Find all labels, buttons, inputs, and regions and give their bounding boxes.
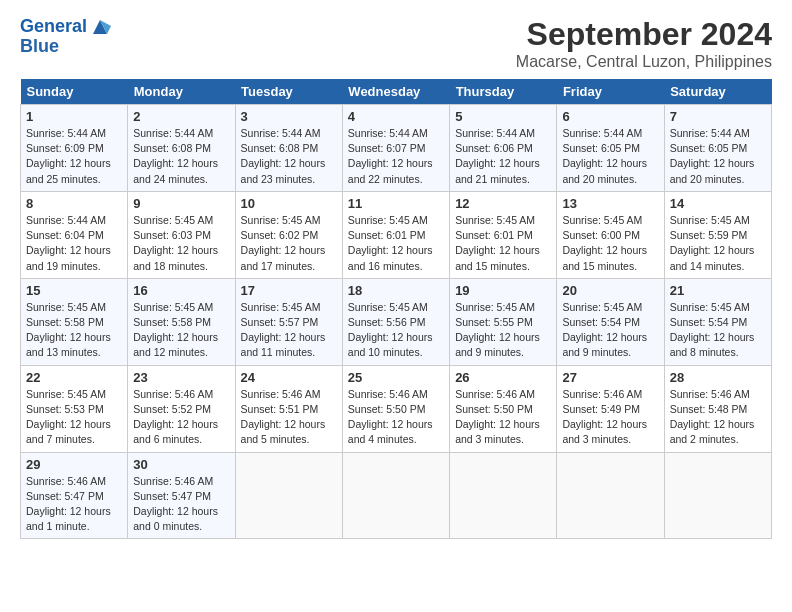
calendar-header-row: SundayMondayTuesdayWednesdayThursdayFrid… [21, 79, 772, 105]
calendar-cell [342, 452, 449, 539]
main-title: September 2024 [516, 16, 772, 53]
day-info: Sunrise: 5:44 AM Sunset: 6:05 PM Dayligh… [562, 126, 658, 187]
day-info: Sunrise: 5:46 AM Sunset: 5:50 PM Dayligh… [455, 387, 551, 448]
day-header-monday: Monday [128, 79, 235, 105]
calendar-cell: 2Sunrise: 5:44 AM Sunset: 6:08 PM Daylig… [128, 105, 235, 192]
calendar-cell: 24Sunrise: 5:46 AM Sunset: 5:51 PM Dayli… [235, 365, 342, 452]
day-header-wednesday: Wednesday [342, 79, 449, 105]
day-info: Sunrise: 5:45 AM Sunset: 5:54 PM Dayligh… [670, 300, 766, 361]
calendar-cell [557, 452, 664, 539]
title-block: September 2024 Macarse, Central Luzon, P… [516, 16, 772, 71]
calendar-week-row: 15Sunrise: 5:45 AM Sunset: 5:58 PM Dayli… [21, 278, 772, 365]
day-number: 12 [455, 196, 551, 211]
calendar-cell: 6Sunrise: 5:44 AM Sunset: 6:05 PM Daylig… [557, 105, 664, 192]
day-number: 10 [241, 196, 337, 211]
sub-title: Macarse, Central Luzon, Philippines [516, 53, 772, 71]
day-number: 1 [26, 109, 122, 124]
day-info: Sunrise: 5:45 AM Sunset: 5:58 PM Dayligh… [26, 300, 122, 361]
calendar-cell: 30Sunrise: 5:46 AM Sunset: 5:47 PM Dayli… [128, 452, 235, 539]
calendar-cell: 8Sunrise: 5:44 AM Sunset: 6:04 PM Daylig… [21, 191, 128, 278]
header: General Blue September 2024 Macarse, Cen… [20, 16, 772, 71]
day-number: 24 [241, 370, 337, 385]
calendar-cell: 19Sunrise: 5:45 AM Sunset: 5:55 PM Dayli… [450, 278, 557, 365]
day-number: 28 [670, 370, 766, 385]
day-info: Sunrise: 5:45 AM Sunset: 5:59 PM Dayligh… [670, 213, 766, 274]
logo: General Blue [20, 16, 111, 57]
logo-line2: Blue [20, 36, 111, 57]
day-info: Sunrise: 5:45 AM Sunset: 5:54 PM Dayligh… [562, 300, 658, 361]
day-number: 7 [670, 109, 766, 124]
calendar-cell: 26Sunrise: 5:46 AM Sunset: 5:50 PM Dayli… [450, 365, 557, 452]
day-number: 8 [26, 196, 122, 211]
day-number: 27 [562, 370, 658, 385]
calendar-cell: 22Sunrise: 5:45 AM Sunset: 5:53 PM Dayli… [21, 365, 128, 452]
day-info: Sunrise: 5:46 AM Sunset: 5:47 PM Dayligh… [26, 474, 122, 535]
day-header-saturday: Saturday [664, 79, 771, 105]
day-number: 19 [455, 283, 551, 298]
calendar-cell [235, 452, 342, 539]
calendar-cell: 4Sunrise: 5:44 AM Sunset: 6:07 PM Daylig… [342, 105, 449, 192]
day-number: 11 [348, 196, 444, 211]
day-info: Sunrise: 5:44 AM Sunset: 6:08 PM Dayligh… [241, 126, 337, 187]
day-number: 29 [26, 457, 122, 472]
calendar-cell [664, 452, 771, 539]
day-number: 23 [133, 370, 229, 385]
calendar-cell: 16Sunrise: 5:45 AM Sunset: 5:58 PM Dayli… [128, 278, 235, 365]
calendar-cell: 7Sunrise: 5:44 AM Sunset: 6:05 PM Daylig… [664, 105, 771, 192]
day-number: 26 [455, 370, 551, 385]
calendar-table: SundayMondayTuesdayWednesdayThursdayFrid… [20, 79, 772, 539]
calendar-cell [450, 452, 557, 539]
calendar-week-row: 22Sunrise: 5:45 AM Sunset: 5:53 PM Dayli… [21, 365, 772, 452]
day-info: Sunrise: 5:44 AM Sunset: 6:09 PM Dayligh… [26, 126, 122, 187]
calendar-cell: 23Sunrise: 5:46 AM Sunset: 5:52 PM Dayli… [128, 365, 235, 452]
day-number: 17 [241, 283, 337, 298]
day-info: Sunrise: 5:44 AM Sunset: 6:05 PM Dayligh… [670, 126, 766, 187]
day-number: 21 [670, 283, 766, 298]
day-info: Sunrise: 5:44 AM Sunset: 6:04 PM Dayligh… [26, 213, 122, 274]
day-number: 2 [133, 109, 229, 124]
day-number: 13 [562, 196, 658, 211]
calendar-cell: 25Sunrise: 5:46 AM Sunset: 5:50 PM Dayli… [342, 365, 449, 452]
day-info: Sunrise: 5:45 AM Sunset: 5:56 PM Dayligh… [348, 300, 444, 361]
logo-text: General [20, 17, 87, 37]
calendar-cell: 5Sunrise: 5:44 AM Sunset: 6:06 PM Daylig… [450, 105, 557, 192]
calendar-cell: 10Sunrise: 5:45 AM Sunset: 6:02 PM Dayli… [235, 191, 342, 278]
day-header-thursday: Thursday [450, 79, 557, 105]
calendar-cell: 14Sunrise: 5:45 AM Sunset: 5:59 PM Dayli… [664, 191, 771, 278]
calendar-week-row: 29Sunrise: 5:46 AM Sunset: 5:47 PM Dayli… [21, 452, 772, 539]
calendar-cell: 1Sunrise: 5:44 AM Sunset: 6:09 PM Daylig… [21, 105, 128, 192]
calendar-cell: 28Sunrise: 5:46 AM Sunset: 5:48 PM Dayli… [664, 365, 771, 452]
day-info: Sunrise: 5:45 AM Sunset: 6:03 PM Dayligh… [133, 213, 229, 274]
day-info: Sunrise: 5:46 AM Sunset: 5:51 PM Dayligh… [241, 387, 337, 448]
calendar-cell: 29Sunrise: 5:46 AM Sunset: 5:47 PM Dayli… [21, 452, 128, 539]
calendar-cell: 18Sunrise: 5:45 AM Sunset: 5:56 PM Dayli… [342, 278, 449, 365]
day-info: Sunrise: 5:45 AM Sunset: 6:01 PM Dayligh… [348, 213, 444, 274]
calendar-week-row: 8Sunrise: 5:44 AM Sunset: 6:04 PM Daylig… [21, 191, 772, 278]
day-number: 14 [670, 196, 766, 211]
day-number: 22 [26, 370, 122, 385]
calendar-cell: 11Sunrise: 5:45 AM Sunset: 6:01 PM Dayli… [342, 191, 449, 278]
day-number: 30 [133, 457, 229, 472]
day-header-tuesday: Tuesday [235, 79, 342, 105]
day-info: Sunrise: 5:45 AM Sunset: 5:58 PM Dayligh… [133, 300, 229, 361]
calendar-cell: 13Sunrise: 5:45 AM Sunset: 6:00 PM Dayli… [557, 191, 664, 278]
day-info: Sunrise: 5:45 AM Sunset: 6:02 PM Dayligh… [241, 213, 337, 274]
day-header-sunday: Sunday [21, 79, 128, 105]
day-info: Sunrise: 5:46 AM Sunset: 5:50 PM Dayligh… [348, 387, 444, 448]
calendar-cell: 15Sunrise: 5:45 AM Sunset: 5:58 PM Dayli… [21, 278, 128, 365]
day-info: Sunrise: 5:45 AM Sunset: 6:01 PM Dayligh… [455, 213, 551, 274]
day-info: Sunrise: 5:46 AM Sunset: 5:52 PM Dayligh… [133, 387, 229, 448]
day-info: Sunrise: 5:44 AM Sunset: 6:07 PM Dayligh… [348, 126, 444, 187]
calendar-cell: 20Sunrise: 5:45 AM Sunset: 5:54 PM Dayli… [557, 278, 664, 365]
day-number: 16 [133, 283, 229, 298]
calendar-cell: 12Sunrise: 5:45 AM Sunset: 6:01 PM Dayli… [450, 191, 557, 278]
day-info: Sunrise: 5:45 AM Sunset: 5:57 PM Dayligh… [241, 300, 337, 361]
day-number: 4 [348, 109, 444, 124]
day-number: 25 [348, 370, 444, 385]
day-number: 6 [562, 109, 658, 124]
day-number: 18 [348, 283, 444, 298]
day-header-friday: Friday [557, 79, 664, 105]
day-info: Sunrise: 5:45 AM Sunset: 5:53 PM Dayligh… [26, 387, 122, 448]
day-info: Sunrise: 5:44 AM Sunset: 6:08 PM Dayligh… [133, 126, 229, 187]
day-info: Sunrise: 5:45 AM Sunset: 6:00 PM Dayligh… [562, 213, 658, 274]
